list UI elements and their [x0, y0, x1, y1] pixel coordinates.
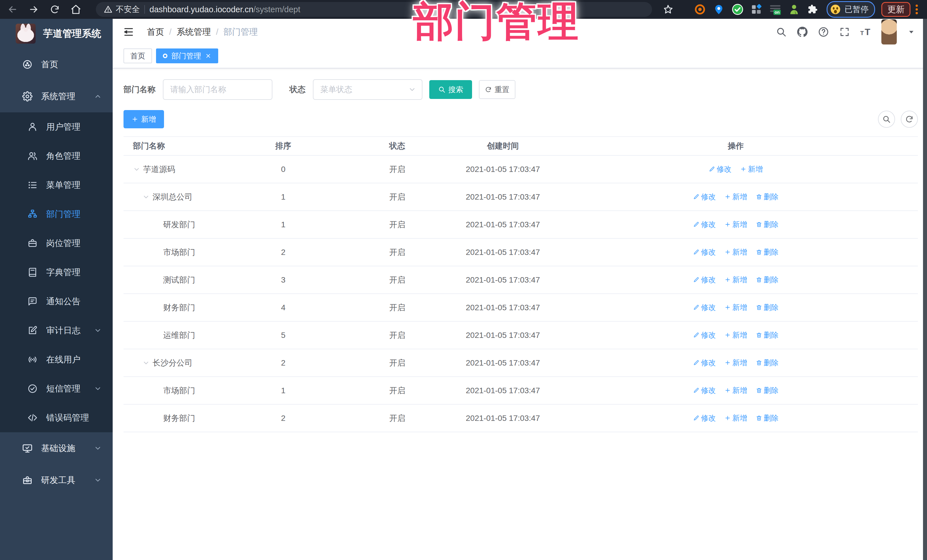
status-select[interactable]: 菜单状态: [313, 79, 422, 100]
search-button[interactable]: 搜索: [429, 80, 472, 99]
tab-active-dot: [163, 54, 167, 58]
delete-action-link[interactable]: 删除: [756, 220, 779, 229]
add-button[interactable]: 新增: [123, 110, 164, 128]
extension-target-icon[interactable]: [694, 3, 706, 16]
sidebar-item-home[interactable]: 首页: [0, 49, 112, 80]
github-icon[interactable]: [797, 27, 808, 37]
add-action-link[interactable]: 新增: [725, 220, 747, 229]
edit-action-link[interactable]: 修改: [693, 358, 716, 368]
edit-action-link[interactable]: 修改: [693, 302, 716, 313]
add-action-link[interactable]: 新增: [725, 385, 747, 396]
fullscreen-icon[interactable]: [839, 27, 850, 37]
extension-grid-icon[interactable]: [750, 3, 763, 16]
tab-home[interactable]: 首页: [123, 49, 152, 63]
sidebar-item-notice[interactable]: 通知公告: [0, 287, 112, 316]
delete-action-link[interactable]: 删除: [756, 275, 779, 285]
col-actions: 操作: [554, 137, 918, 155]
status-value: 开启: [342, 183, 452, 211]
add-action-link[interactable]: 新增: [725, 302, 747, 313]
sort-value: 2: [224, 404, 342, 432]
pencil-icon: [693, 415, 699, 421]
tree-expand-icon[interactable]: [142, 359, 150, 367]
breadcrumb-item[interactable]: 首页: [147, 26, 164, 38]
edit-action-link[interactable]: 修改: [693, 385, 716, 396]
add-action-link[interactable]: 新增: [725, 330, 747, 340]
edit-action-link[interactable]: 修改: [693, 330, 716, 340]
edit-action-link[interactable]: 修改: [693, 192, 716, 202]
sidebar-item-infrastructure[interactable]: 基础设施: [0, 432, 112, 464]
sidebar-item-sms-management[interactable]: 短信管理: [0, 374, 112, 403]
edit-action-link[interactable]: 修改: [693, 275, 716, 285]
extension-lines-on-icon[interactable]: on: [769, 3, 781, 16]
browser-scrollbar[interactable]: [923, 19, 927, 560]
tab-dept[interactable]: 部门管理: [156, 49, 218, 63]
search-icon[interactable]: [776, 27, 787, 37]
security-status[interactable]: 不安全: [104, 4, 140, 15]
sidebar-item-menu-management[interactable]: 菜单管理: [0, 170, 112, 200]
extension-pin-icon[interactable]: [713, 3, 725, 16]
extension-puzzle-icon[interactable]: [807, 3, 819, 16]
close-icon[interactable]: [205, 53, 211, 59]
add-action-link[interactable]: 新增: [725, 358, 747, 368]
extension-person-icon[interactable]: [788, 3, 800, 16]
add-action-link[interactable]: 新增: [725, 413, 747, 423]
browser-back-icon[interactable]: [6, 3, 19, 16]
edit-action-link[interactable]: 修改: [709, 164, 732, 174]
tree-expand-icon[interactable]: [133, 165, 140, 173]
extension-check-circle-icon[interactable]: [731, 3, 744, 16]
bookmark-star-icon[interactable]: [662, 3, 674, 16]
browser-menu-icon[interactable]: [916, 5, 918, 14]
dept-name: 测试部门: [163, 275, 195, 285]
action-label: 删除: [764, 220, 779, 229]
edit-action-link[interactable]: 修改: [693, 220, 716, 229]
browser-forward-icon[interactable]: [27, 3, 40, 16]
dept-name-input[interactable]: [163, 79, 272, 100]
user-avatar[interactable]: [881, 20, 897, 44]
fontsize-icon[interactable]: TT: [860, 27, 871, 37]
edit-action-link[interactable]: 修改: [693, 413, 716, 423]
refresh-table-button[interactable]: [901, 111, 918, 128]
action-label: 修改: [701, 413, 716, 423]
sidebar-item-dept-management[interactable]: 部门管理: [0, 200, 112, 229]
browser-refresh-icon[interactable]: [49, 3, 61, 16]
breadcrumb-item[interactable]: 系统管理: [176, 26, 211, 38]
sidebar-menu: 首页系统管理用户管理角色管理菜单管理部门管理岗位管理字典管理通知公告审计日志在线…: [0, 49, 112, 560]
sidebar-item-error-code-management[interactable]: 错误码管理: [0, 403, 112, 432]
sidebar-item-role-management[interactable]: 角色管理: [0, 141, 112, 170]
profile-paused-pill[interactable]: 已暂停: [827, 1, 875, 18]
hamburger-icon[interactable]: [123, 26, 134, 38]
delete-action-link[interactable]: 删除: [756, 302, 779, 313]
edit-action-link[interactable]: 修改: [693, 247, 716, 257]
sidebar-item-online-user[interactable]: 在线用户: [0, 345, 112, 374]
sidebar-item-user-management[interactable]: 用户管理: [0, 112, 112, 141]
browser-update-button[interactable]: 更新: [881, 2, 910, 17]
table-row: 财务部门4开启2021-01-05 17:03:47修改新增删除: [123, 294, 918, 321]
delete-action-link[interactable]: 删除: [756, 330, 779, 340]
sort-value: 3: [224, 266, 342, 294]
sidebar-item-audit-log[interactable]: 审计日志: [0, 316, 112, 345]
delete-action-link[interactable]: 删除: [756, 192, 779, 202]
address-bar[interactable]: 不安全 dashboard.yudao.iocoder.cn/system/de…: [96, 2, 652, 17]
delete-action-link[interactable]: 删除: [756, 385, 779, 396]
sidebar-item-dict-management[interactable]: 字典管理: [0, 258, 112, 287]
caret-down-icon[interactable]: [907, 28, 916, 36]
delete-action-link[interactable]: 删除: [756, 247, 779, 257]
add-action-link[interactable]: 新增: [725, 192, 747, 202]
add-action-link[interactable]: 新增: [725, 275, 747, 285]
show-search-toggle-button[interactable]: [878, 111, 895, 128]
sidebar-item-dev-tools[interactable]: 研发工具: [0, 464, 112, 496]
sort-value: 0: [224, 155, 342, 183]
app-logo: [16, 24, 36, 44]
question-icon[interactable]: [818, 27, 829, 37]
browser-home-icon[interactable]: [70, 3, 82, 16]
reset-button[interactable]: 重置: [479, 80, 515, 99]
sidebar-item-system-management[interactable]: 系统管理: [0, 80, 112, 112]
delete-action-link[interactable]: 删除: [756, 413, 779, 423]
add-action-link[interactable]: 新增: [740, 164, 763, 174]
add-action-link[interactable]: 新增: [725, 247, 747, 257]
tree-expand-icon[interactable]: [142, 193, 150, 201]
status-value: 开启: [342, 294, 452, 321]
delete-action-link[interactable]: 删除: [756, 358, 779, 368]
sidebar-item-post-management[interactable]: 岗位管理: [0, 229, 112, 258]
sidebar-logo-row[interactable]: 芋道管理系统: [0, 19, 112, 49]
